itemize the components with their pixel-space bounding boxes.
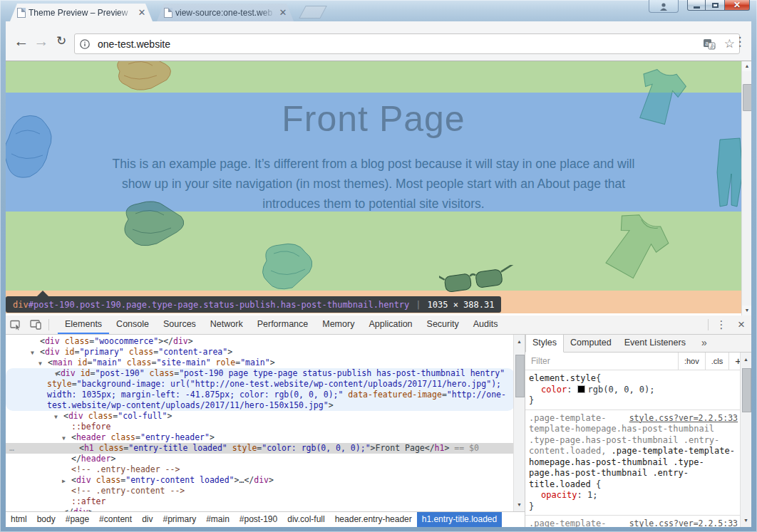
toolbar-divider [48, 319, 49, 330]
scrollbar-thumb[interactable] [742, 368, 751, 412]
chrome-menu-icon[interactable]: ⋮ [733, 34, 747, 49]
devtools-tab-performance[interactable]: Performance [250, 315, 316, 334]
breadcrumb-item[interactable]: #content [94, 512, 137, 527]
devtools-tab-elements[interactable]: Elements [58, 315, 109, 334]
scroll-down-icon[interactable]: ▼ [741, 515, 751, 526]
page-viewport: Front Page This is an example page. It’s… [6, 61, 751, 315]
devtools-menu-icon[interactable]: ⋮ [711, 315, 731, 334]
styles-pane-tab-computed[interactable]: Computed [564, 335, 618, 352]
scroll-up-icon[interactable]: ▲ [514, 336, 525, 347]
dom-tree-node[interactable]: …<h1 class="entry-title loaded" style="c… [6, 443, 513, 454]
devtools-close-icon[interactable]: × [731, 315, 751, 334]
dom-tree-node[interactable]: ▼<main id="main" class="site-main" role=… [6, 358, 513, 368]
tab-overflow-chevrons[interactable]: » [695, 335, 714, 352]
dom-tree-node[interactable]: ::after [6, 496, 513, 507]
styles-scrollbar[interactable]: ▲ ▼ [740, 353, 751, 527]
scrollbar-thumb[interactable] [743, 84, 751, 111]
scroll-down-icon[interactable]: ▼ [742, 306, 751, 315]
devtools-tab-sources[interactable]: Sources [156, 315, 203, 334]
info-icon[interactable] [79, 38, 91, 50]
inspect-element-icon[interactable] [6, 315, 26, 334]
minimize-icon [694, 6, 700, 9]
style-rule[interactable]: element.style{color: rgb(0, 0, 0);} [525, 370, 741, 410]
stylesheet-link[interactable]: style.css?ver=2.2.5:33 [629, 518, 738, 527]
page-title: Front Page [6, 98, 741, 140]
breadcrumb-item[interactable]: #main [201, 512, 235, 527]
tooltip-separator: | [416, 300, 421, 310]
breadcrumb-item[interactable]: div [137, 512, 158, 527]
toolbar-divider [708, 319, 709, 330]
new-tab-button[interactable] [299, 6, 327, 19]
color-swatch[interactable] [577, 385, 585, 393]
hover-state-button[interactable]: :hov [678, 353, 705, 370]
devtools-tab-audits[interactable]: Audits [466, 315, 505, 334]
tooltip-tag: div [13, 300, 29, 310]
breadcrumb-item[interactable]: h1.entry-title.loaded [417, 512, 502, 527]
translate-icon[interactable]: aあ [703, 38, 716, 50]
scroll-up-icon[interactable]: ▲ [741, 354, 751, 365]
breadcrumb-item[interactable]: body [32, 512, 61, 527]
devtools-tab-memory[interactable]: Memory [315, 315, 361, 334]
tab-view-source[interactable]: view-source:one-test.web ✕ [157, 4, 294, 21]
style-rule[interactable]: style.css?ver=2.2.5:33.page-template-tem… [525, 516, 741, 527]
devtools-tab-network[interactable]: Network [203, 315, 250, 334]
tab-close-icon[interactable]: ✕ [137, 8, 147, 17]
scroll-up-icon[interactable]: ▲ [742, 61, 751, 71]
breadcrumb-item[interactable]: html [6, 512, 32, 527]
elements-scrollbar[interactable]: ▲ ▼ [513, 335, 525, 511]
breadcrumb-item[interactable]: header.entry-header [330, 512, 417, 527]
devtools-tab-application[interactable]: Application [361, 315, 419, 334]
stylesheet-link[interactable]: style.css?ver=2.2.5:33 [629, 413, 738, 424]
devtools-tab-console[interactable]: Console [109, 315, 156, 334]
dom-tree-node[interactable]: ▼<div id="post-190" class="post-190 page… [6, 368, 513, 411]
styles-pane-tab-styles[interactable]: Styles [525, 335, 564, 353]
tab-theme-preview[interactable]: Theme Preview – Preview ✕ [10, 4, 153, 21]
tab-close-icon[interactable]: ✕ [278, 8, 288, 17]
page-scrollbar[interactable]: ▲ ▼ [741, 61, 751, 315]
breadcrumb-item[interactable]: #primary [158, 512, 201, 527]
url-text[interactable]: one-test.website [98, 38, 699, 50]
dom-tree-node[interactable]: ▼<header class="entry-header"> [6, 432, 513, 443]
expand-arrow-open-icon[interactable]: ▼ [38, 358, 42, 369]
dom-tree-node[interactable]: <!-- .entry-content --> [6, 486, 513, 496]
breadcrumb-item[interactable]: #page [61, 512, 94, 527]
styles-pane-tab-event-listeners[interactable]: Event Listeners [618, 335, 692, 352]
node-options-icon[interactable]: … [9, 443, 15, 454]
scrollbar-thumb[interactable] [515, 355, 525, 397]
expand-arrow-open-icon[interactable]: ▼ [46, 369, 58, 380]
dom-tree-node[interactable]: <div class="woocommerce"></div> [6, 336, 513, 347]
filter-input[interactable]: Filter [531, 356, 678, 366]
styles-rules: element.style{color: rgb(0, 0, 0);}style… [525, 370, 741, 527]
maximize-button[interactable] [706, 0, 725, 11]
css-property[interactable]: opacity: 1; [529, 490, 738, 501]
style-rule[interactable]: style.css?ver=2.2.5:33.page-template-tem… [525, 410, 741, 516]
expand-arrow-open-icon[interactable]: ▼ [62, 433, 66, 444]
devtools-panel: ElementsConsoleSourcesNetworkPerformance… [6, 315, 751, 527]
profile-button[interactable] [649, 0, 679, 13]
dom-tree-node[interactable]: ▼<div class="col-full"> [6, 411, 513, 422]
expand-arrow-open-icon[interactable]: ▼ [54, 412, 58, 422]
dom-tree-node[interactable]: </header> [6, 454, 513, 464]
expand-arrow-closed-icon[interactable]: ▶ [62, 476, 66, 486]
profile-icon [659, 2, 669, 11]
dom-tree-node[interactable]: ▶<div class="entry-content loaded">…</di… [6, 475, 513, 486]
address-bar[interactable]: one-test.website aあ ☆ [74, 33, 740, 54]
css-property[interactable]: color: rgb(0, 0, 0); [529, 385, 738, 396]
breadcrumb-item[interactable]: div.col-full [282, 512, 329, 527]
devtools-tab-security[interactable]: Security [420, 315, 466, 334]
forward-button[interactable]: → [31, 31, 51, 51]
back-button[interactable]: ← [11, 31, 31, 51]
reload-button[interactable]: ↻ [51, 31, 71, 51]
styles-filter-bar: Filter :hov .cls + [525, 353, 751, 370]
close-icon: ✕ [733, 0, 741, 10]
close-button[interactable]: ✕ [725, 0, 750, 11]
dom-tree-node[interactable]: <!-- .entry-header --> [6, 464, 513, 475]
expand-arrow-open-icon[interactable]: ▼ [31, 348, 34, 358]
minimize-button[interactable] [687, 0, 706, 11]
dom-tree-node[interactable]: ▼<div id="primary" class="content-area"> [6, 347, 513, 358]
scroll-down-icon[interactable]: ▼ [514, 499, 525, 510]
device-toolbar-icon[interactable] [26, 315, 46, 334]
class-toggle-button[interactable]: .cls [705, 353, 729, 370]
dom-tree-node[interactable]: ::before [6, 422, 513, 432]
breadcrumb-item[interactable]: #post-190 [235, 512, 282, 527]
